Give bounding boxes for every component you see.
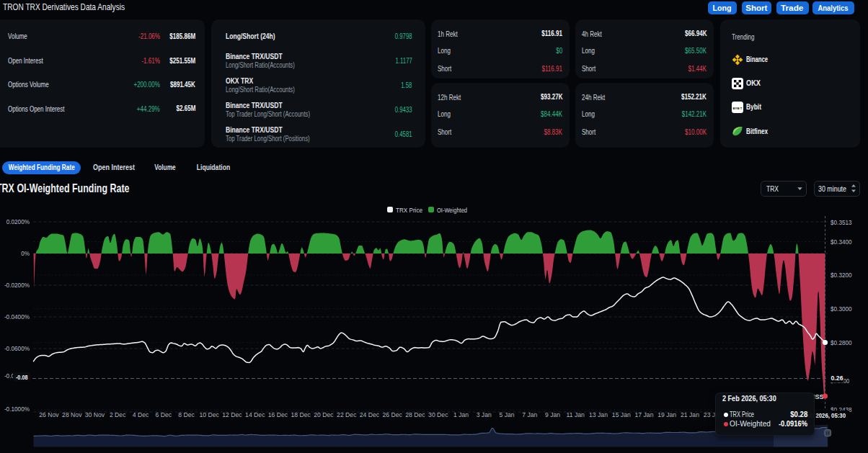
- svg-text:30 Nov: 30 Nov: [85, 411, 105, 418]
- svg-text:28 Nov: 28 Nov: [62, 411, 82, 418]
- svg-text:5 Jan: 5 Jan: [499, 411, 514, 418]
- svg-text:0%: 0%: [21, 250, 30, 257]
- svg-text:-0.0200%: -0.0200%: [4, 282, 30, 289]
- svg-text:18 Dec: 18 Dec: [291, 411, 311, 418]
- svg-text:OI-Weighted: OI-Weighted: [437, 206, 467, 214]
- svg-text:-0.0600%: -0.0600%: [4, 345, 30, 352]
- svg-text:26 Nov: 26 Nov: [39, 411, 59, 418]
- svg-text:10 Dec: 10 Dec: [200, 411, 220, 418]
- svg-text:0.0200%: 0.0200%: [6, 218, 30, 225]
- svg-text:22 Dec: 22 Dec: [337, 411, 357, 418]
- svg-text:2 Dec: 2 Dec: [110, 411, 126, 418]
- svg-text:1 Jan: 1 Jan: [453, 411, 469, 418]
- svg-text:-0.0400%: -0.0400%: [4, 313, 30, 320]
- svg-text:$0.3400: $0.3400: [831, 238, 852, 246]
- svg-text:28 Dec: 28 Dec: [405, 411, 425, 418]
- svg-text:3 Jan: 3 Jan: [477, 411, 492, 418]
- svg-text:$0.3000: $0.3000: [831, 305, 852, 313]
- svg-text:$0.3513: $0.3513: [831, 219, 852, 226]
- svg-text:20 Dec: 20 Dec: [314, 411, 334, 418]
- svg-text:30 Dec: 30 Dec: [428, 411, 448, 418]
- svg-text:ISS: ISS: [813, 393, 824, 400]
- svg-text:0.26: 0.26: [831, 374, 843, 382]
- svg-text:19 Jan: 19 Jan: [657, 411, 676, 418]
- svg-text:7 Jan: 7 Jan: [522, 411, 537, 418]
- svg-text:14 Dec: 14 Dec: [245, 411, 265, 418]
- svg-text:$0.2800: $0.2800: [831, 339, 852, 346]
- svg-text:17 Jan: 17 Jan: [635, 411, 654, 418]
- svg-text:15 Jan: 15 Jan: [612, 411, 631, 418]
- svg-text:21 Jan: 21 Jan: [681, 411, 699, 418]
- svg-text:13 Jan: 13 Jan: [589, 411, 608, 418]
- svg-text:4 Dec: 4 Dec: [133, 411, 149, 418]
- svg-text:8 Dec: 8 Dec: [178, 411, 195, 418]
- svg-text:-0.08: -0.08: [16, 373, 28, 381]
- svg-text:12 Dec: 12 Dec: [222, 411, 242, 418]
- svg-text:24 Dec: 24 Dec: [360, 411, 380, 418]
- svg-text:6 Dec: 6 Dec: [156, 411, 172, 418]
- svg-text:-0.1000%: -0.1000%: [4, 405, 30, 413]
- svg-text:26 Dec: 26 Dec: [383, 411, 403, 418]
- svg-text:9 Jan: 9 Jan: [545, 411, 560, 418]
- svg-text:TRX Price: TRX Price: [396, 206, 422, 214]
- svg-text:11 Jan: 11 Jan: [567, 411, 585, 418]
- svg-text:16 Dec: 16 Dec: [268, 411, 288, 418]
- svg-text:$0.3200: $0.3200: [831, 272, 852, 279]
